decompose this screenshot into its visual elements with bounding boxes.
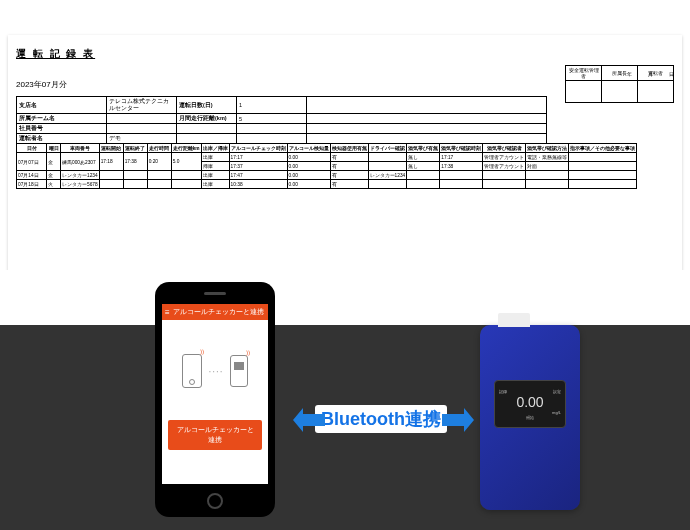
device-mouthpiece <box>498 313 530 327</box>
drive-days-value: 1 <box>237 97 307 114</box>
table-cell <box>483 171 526 180</box>
table-cell <box>147 180 171 189</box>
monthly-km-label: 月間走行距離(km) <box>177 114 237 124</box>
col-header: 指示事項／その他必要な事項 <box>569 144 637 153</box>
alcohol-checker-device: 記録 設定 0.00 mg/L 開始 <box>480 325 580 510</box>
app-body: ⟩⟩ ···· ⟩⟩ アルコールチェッカーと連携 <box>162 320 268 464</box>
col-header: 運転開始 <box>99 144 123 153</box>
col-header: 曜日 <box>47 144 61 153</box>
table-cell: レンタカー1234 <box>61 171 100 180</box>
col-header: 車両番号 <box>61 144 100 153</box>
table-cell <box>147 171 171 180</box>
svg-marker-1 <box>442 408 474 432</box>
table-cell: 0.00 <box>287 180 330 189</box>
table-cell: 出庫 <box>201 180 229 189</box>
driver-value: デモ <box>107 134 177 144</box>
table-cell <box>440 171 483 180</box>
branch-value: テレコム株式テクニカルセンター <box>107 97 177 114</box>
promo-background <box>0 270 690 530</box>
table-cell <box>123 180 147 189</box>
table-cell: 07月18日 <box>17 180 47 189</box>
approval-table: 安全運転管理者 所属長 運転者 <box>565 65 674 103</box>
table-cell <box>569 162 637 171</box>
table-cell: 練馬000あ2307 <box>61 153 100 171</box>
col-header: アルコール検知量 <box>287 144 330 153</box>
table-cell: 10:38 <box>229 180 287 189</box>
monthly-km-value: 5 <box>237 114 307 124</box>
table-cell: 有 <box>330 162 368 171</box>
col-header: 酒気帯び確認時刻 <box>440 144 483 153</box>
table-cell: 無し <box>407 162 440 171</box>
col-header: 酒気帯び確認方法 <box>526 144 569 153</box>
table-cell <box>123 171 147 180</box>
drive-days-label: 運転日数(日) <box>177 97 237 114</box>
table-cell: 帰庫 <box>201 162 229 171</box>
table-cell: 17:38 <box>440 162 483 171</box>
table-cell <box>407 180 440 189</box>
table-cell: 有 <box>330 153 368 162</box>
mini-device-icon <box>230 355 248 387</box>
table-cell <box>171 171 201 180</box>
col-header: アルコールチェック時刻 <box>229 144 287 153</box>
approval-col-1: 安全運転管理者 <box>566 66 602 81</box>
mini-device-wrap: ⟩⟩ <box>230 355 248 387</box>
table-row: 07月18日火レンタカー5678出庫10:380.00有 <box>17 180 637 189</box>
driving-record-document: 運 転 記 録 表 年 月 日 安全運転管理者 所属長 運転者 2023年07月… <box>8 35 682 285</box>
table-cell: 金 <box>47 153 61 171</box>
table-cell <box>99 180 123 189</box>
table-cell: 17:38 <box>123 153 147 171</box>
table-cell <box>569 153 637 162</box>
table-cell <box>171 180 201 189</box>
table-cell: 17:17 <box>440 153 483 162</box>
col-header: 運転終了 <box>123 144 147 153</box>
table-row: 07月07日金練馬000あ230717:1817:380:205.0出庫17:1… <box>17 153 637 162</box>
table-cell: レンタカー5678 <box>61 180 100 189</box>
document-title: 運 転 記 録 表 <box>16 47 674 61</box>
phone-home-button <box>207 493 223 509</box>
team-label: 所属チーム名 <box>17 114 107 124</box>
table-cell <box>407 171 440 180</box>
mini-phone-wrap: ⟩⟩ <box>182 354 202 388</box>
col-header: 走行距離km <box>171 144 201 153</box>
signal-icon: ⟩⟩ <box>200 348 204 355</box>
smartphone-illustration: ≡ アルコールチェッカーと連携 ⟩⟩ ···· ⟩⟩ アルコールチェッカーと連携 <box>155 282 275 517</box>
table-cell: 管理者アカウント <box>483 153 526 162</box>
device-start: 開始 <box>526 415 534 420</box>
table-cell: 無し <box>407 153 440 162</box>
table-cell <box>368 153 407 162</box>
signal-icon-2: ⟩⟩ <box>246 349 250 356</box>
table-cell <box>526 180 569 189</box>
table-cell: 0.00 <box>287 171 330 180</box>
emp-no-value <box>107 124 177 134</box>
table-cell: 対面 <box>526 162 569 171</box>
table-cell: 17:18 <box>99 153 123 171</box>
menu-icon: ≡ <box>165 308 170 317</box>
col-header: ドライバー確認 <box>368 144 407 153</box>
device-screen: 記録 設定 0.00 mg/L 開始 <box>494 380 566 428</box>
table-cell: 出庫 <box>201 171 229 180</box>
table-cell: 0.00 <box>287 162 330 171</box>
device-reading: 0.00 <box>516 394 543 410</box>
table-cell: 金 <box>47 171 61 180</box>
connect-button[interactable]: アルコールチェッカーと連携 <box>168 420 262 450</box>
table-cell: 07月14日 <box>17 171 47 180</box>
driver-label: 運転者名 <box>17 134 107 144</box>
table-cell: 0.00 <box>287 153 330 162</box>
table-row: 07月14日金レンタカー1234出庫17:470.00有レンタカー1234 <box>17 171 637 180</box>
table-cell <box>440 180 483 189</box>
app-title: アルコールチェッカーと連携 <box>173 307 264 317</box>
table-cell <box>483 180 526 189</box>
mini-phone-icon <box>182 354 202 388</box>
svg-marker-0 <box>293 408 325 432</box>
table-cell <box>99 171 123 180</box>
approval-col-3: 運転者 <box>638 66 674 81</box>
table-cell: 有 <box>330 180 368 189</box>
col-header: 走行時間 <box>147 144 171 153</box>
table-cell <box>526 171 569 180</box>
table-cell: 出庫 <box>201 153 229 162</box>
table-cell: 電話・業務無線等 <box>526 153 569 162</box>
devices-row: ⟩⟩ ···· ⟩⟩ <box>168 354 262 388</box>
branch-label: 支店名 <box>17 97 107 114</box>
phone-speaker <box>204 292 226 295</box>
table-cell: 0:20 <box>147 153 171 171</box>
